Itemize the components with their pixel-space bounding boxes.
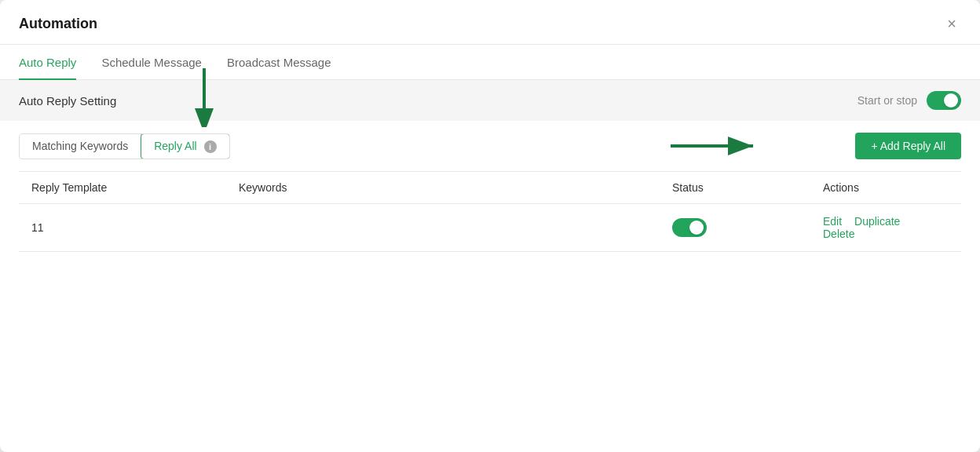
automation-modal: Automation × Auto Reply Schedule Message… (0, 0, 980, 452)
delete-action[interactable]: Delete (823, 228, 854, 240)
table-header-row: Reply Template Keywords Status Actions (19, 172, 961, 204)
auto-reply-setting-bar: Auto Reply Setting Start or stop (0, 80, 980, 121)
modal-title: Automation (19, 16, 97, 32)
reply-all-info-icon[interactable]: i (204, 140, 217, 153)
row-toggle-thumb (689, 221, 704, 235)
col-header-actions: Actions (810, 172, 961, 204)
col-header-keywords: Keywords (226, 172, 660, 204)
setting-bar-right: Start or stop (858, 91, 961, 110)
cell-actions: Edit Duplicate Delete (810, 204, 961, 252)
subtab-section: Matching Keywords Reply All i (0, 121, 980, 171)
arrow-right-decoration (667, 130, 761, 162)
toggle-thumb (944, 93, 958, 108)
tab-schedule-message[interactable]: Schedule Message (101, 45, 202, 80)
setting-bar-label: Auto Reply Setting (19, 94, 116, 108)
add-reply-all-button[interactable]: + Add Reply All (855, 133, 961, 159)
cell-reply-template: 11 (19, 204, 226, 252)
table-container: Reply Template Keywords Status Actions 1… (0, 171, 980, 252)
col-header-reply-template: Reply Template (19, 172, 226, 204)
row-status-toggle[interactable] (672, 218, 707, 237)
cell-keywords (226, 204, 660, 252)
main-content: Auto Reply Setting Start or stop Matchin… (0, 80, 980, 452)
subtab-reply-all[interactable]: Reply All i (141, 133, 229, 159)
table-row: 11 Edit Duplicate Delet (19, 204, 961, 252)
subtab-matching-keywords[interactable]: Matching Keywords (20, 134, 141, 158)
start-stop-label: Start or stop (858, 94, 917, 107)
start-stop-toggle[interactable] (927, 91, 961, 110)
toggle-track (927, 91, 961, 110)
tab-auto-reply[interactable]: Auto Reply (19, 45, 76, 80)
modal-header: Automation × (0, 0, 980, 45)
row-toggle-track (672, 218, 707, 237)
col-header-status: Status (660, 172, 810, 204)
duplicate-action[interactable]: Duplicate (854, 215, 900, 228)
subtab-bar: Matching Keywords Reply All i (0, 121, 980, 171)
tab-broadcast-message[interactable]: Broadcast Message (227, 45, 331, 80)
subtab-group: Matching Keywords Reply All i (19, 133, 230, 159)
close-button[interactable]: × (942, 14, 961, 33)
tab-bar: Auto Reply Schedule Message Broadcast Me… (0, 45, 980, 80)
reply-table: Reply Template Keywords Status Actions 1… (19, 171, 961, 252)
edit-action[interactable]: Edit (823, 215, 842, 228)
cell-status (660, 204, 810, 252)
